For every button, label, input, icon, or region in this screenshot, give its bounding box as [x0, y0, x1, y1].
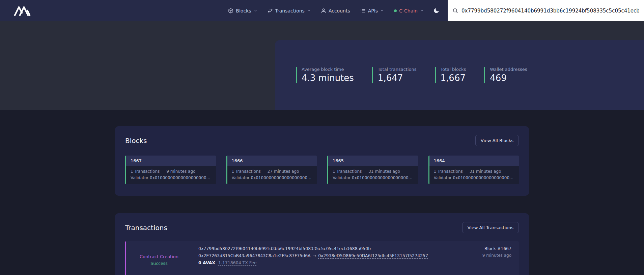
- stat-value: 469: [490, 73, 527, 83]
- transaction-type-cell: Contract Creation Success: [126, 241, 192, 275]
- transaction-amount-line: 0 AVAX1.1718604 TX Fee: [198, 260, 469, 265]
- stat-value: 1,667: [441, 73, 466, 83]
- block-card[interactable]: 1664 1 Transactions 31 minutes ago Valid…: [428, 156, 519, 184]
- transaction-status-badge: Success: [150, 261, 167, 266]
- transaction-fee: 1.1718604 TX Fee: [218, 260, 257, 265]
- stat-value: 1,647: [378, 73, 417, 83]
- stat-label: Total transactions: [378, 67, 417, 72]
- stat-value: 4.3 minutes: [302, 73, 354, 83]
- blocks-section-header: Blocks View All Blocks: [125, 135, 519, 146]
- block-age: 31 minutes ago: [470, 169, 501, 174]
- transactions-section-header: Transactions View All Transactions: [125, 222, 519, 233]
- chevron-down-icon: [420, 9, 424, 12]
- transaction-amount: 0 AVAX: [198, 260, 215, 265]
- stat-total-transactions: Total transactions 1,647: [372, 67, 417, 83]
- stats-panel: Average block time 4.3 minutes Total tra…: [275, 40, 644, 110]
- block-tx-count: 1 Transactions: [333, 169, 362, 174]
- transactions-title: Transactions: [125, 224, 167, 232]
- transaction-meta-cell: Block #1667 9 minutes ago: [475, 241, 519, 275]
- stat-label: Total blocks: [441, 67, 466, 72]
- blocks-title: Blocks: [125, 137, 147, 145]
- chevron-down-icon: [380, 9, 384, 12]
- from-address: 0x2E7263d815CbB43a9647843C8a1e2F5c87F75d…: [198, 253, 311, 258]
- block-card[interactable]: 1667 1 Transactions 9 minutes ago Valida…: [125, 156, 216, 184]
- transactions-section: Transactions View All Transactions Contr…: [115, 213, 529, 275]
- nav-accounts[interactable]: Accounts: [321, 8, 350, 13]
- block-number[interactable]: 1665: [328, 156, 418, 166]
- block-card-body: 1 Transactions 27 minutes ago Validator …: [227, 166, 317, 184]
- validator-label: Validator: [434, 175, 452, 180]
- block-card[interactable]: 1666 1 Transactions 27 minutes ago Valid…: [226, 156, 317, 184]
- block-age: 9 minutes ago: [166, 169, 195, 174]
- stat-average-block-time: Average block time 4.3 minutes: [296, 67, 354, 83]
- main-content: Blocks View All Blocks 1667 1 Transactio…: [115, 126, 529, 275]
- moon-icon: [433, 7, 440, 14]
- validator-address: 0x010000000000000000000000...: [251, 175, 312, 180]
- block-card-body: 1 Transactions 31 minutes ago Validator …: [328, 166, 418, 184]
- cube-icon: [228, 8, 233, 13]
- nav-chain-label: C-Chain: [399, 8, 418, 13]
- block-card-body: 1 Transactions 31 minutes ago Validator …: [429, 166, 519, 184]
- block-number[interactable]: 1664: [429, 156, 519, 166]
- validator-address: 0x010000000000000000000000...: [453, 175, 514, 180]
- block-card[interactable]: 1665 1 Transactions 31 minutes ago Valid…: [327, 156, 418, 184]
- block-card-list: 1667 1 Transactions 9 minutes ago Valida…: [125, 156, 519, 184]
- nav-transactions-label: Transactions: [275, 8, 305, 13]
- list-icon: [360, 8, 366, 13]
- transaction-age: 9 minutes ago: [482, 253, 511, 258]
- validator-address: 0x010000000000000000000000...: [150, 175, 211, 180]
- stat-total-blocks: Total blocks 1,667: [435, 67, 466, 83]
- nav-accounts-label: Accounts: [329, 8, 350, 13]
- stat-label: Average block time: [302, 67, 354, 72]
- block-card-body: 1 Transactions 9 minutes ago Validator 0…: [126, 166, 216, 184]
- nav-blocks[interactable]: Blocks: [228, 8, 257, 13]
- main-nav: Blocks Transactions Accounts: [228, 8, 424, 13]
- validator-address: 0x010000000000000000000000...: [352, 175, 413, 180]
- block-tx-count: 1 Transactions: [232, 169, 261, 174]
- nav-transactions[interactable]: Transactions: [268, 8, 311, 13]
- block-number[interactable]: 1667: [126, 156, 216, 166]
- blocks-section: Blocks View All Blocks 1667 1 Transactio…: [115, 126, 529, 196]
- nav-chain-selector[interactable]: C-Chain: [394, 8, 424, 13]
- search-bar: [448, 0, 644, 21]
- nav-apis-label: APIs: [368, 8, 378, 13]
- view-all-transactions-button[interactable]: View All Transactions: [462, 222, 519, 233]
- chevron-down-icon: [307, 9, 311, 12]
- stat-label: Wallet addresses: [490, 67, 527, 72]
- navbar: Blocks Transactions Accounts: [0, 0, 644, 21]
- person-icon: [321, 8, 326, 13]
- block-age: 27 minutes ago: [268, 169, 299, 174]
- validator-label: Validator: [232, 175, 250, 180]
- hero-section: Average block time 4.3 minutes Total tra…: [0, 21, 644, 110]
- stat-wallet-addresses: Wallet addresses 469: [484, 67, 527, 83]
- validator-label: Validator: [333, 175, 351, 180]
- block-age: 31 minutes ago: [368, 169, 400, 174]
- block-number[interactable]: 1666: [227, 156, 317, 166]
- swap-arrows-icon: [268, 8, 273, 13]
- avalanche-logo-icon: [12, 5, 34, 16]
- transaction-hash-link[interactable]: 0x7799bd580272f9604140b6991d3bb6c19924bf…: [198, 246, 469, 251]
- view-all-blocks-button[interactable]: View All Blocks: [475, 135, 519, 146]
- transaction-block-link[interactable]: Block #1667: [482, 246, 511, 251]
- block-tx-count: 1 Transactions: [434, 169, 463, 174]
- validator-label: Validator: [131, 175, 148, 180]
- transaction-route: 0x2E7263d815CbB43a9647843C8a1e2F5c87F75d…: [198, 253, 469, 258]
- chevron-down-icon: [254, 9, 257, 12]
- theme-toggle[interactable]: [433, 7, 440, 14]
- transaction-type: Contract Creation: [140, 254, 178, 259]
- transaction-detail-cell: 0x7799bd580272f9604140b6991d3bb6c19924bf…: [192, 241, 475, 275]
- search-icon: [452, 8, 458, 13]
- chain-status-dot: [394, 9, 397, 12]
- to-address-link[interactable]: 0x2938eD5D869e50DA6f125dfc45F13157f52742…: [318, 253, 428, 258]
- nav-apis[interactable]: APIs: [360, 8, 384, 13]
- block-tx-count: 1 Transactions: [131, 169, 160, 174]
- search-input[interactable]: [461, 8, 639, 14]
- transaction-row[interactable]: Contract Creation Success 0x7799bd580272…: [125, 241, 519, 275]
- nav-blocks-label: Blocks: [236, 8, 251, 13]
- avalanche-logo[interactable]: [12, 5, 34, 16]
- arrow-right-icon: →: [313, 253, 316, 258]
- explorer-app: Blocks Transactions Accounts: [0, 0, 644, 275]
